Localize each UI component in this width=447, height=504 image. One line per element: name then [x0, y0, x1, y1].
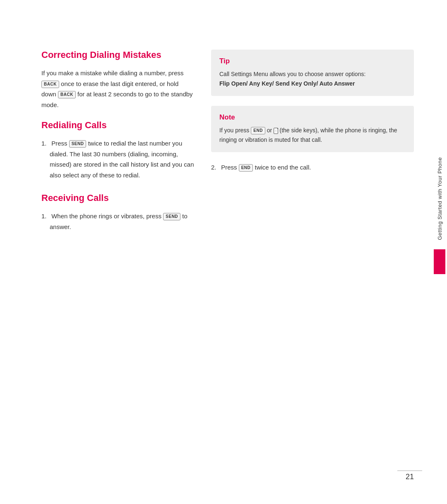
- end-key-note: END: [251, 127, 265, 134]
- redialing-number-1: 1.: [41, 138, 47, 149]
- right-list-number-2: 2.: [211, 162, 216, 173]
- tip-line1: Call Settings Menu allows you to choose …: [219, 71, 365, 77]
- correcting-dialing-section: Correcting Dialing Mistakes If you make …: [41, 50, 195, 110]
- receiving-item-1: 1. When the phone rings or vibrates, pre…: [41, 211, 195, 232]
- side-tab-bar: [434, 249, 445, 274]
- note-middle: or: [267, 127, 274, 134]
- side-tab: Getting Started with Your Phone: [432, 157, 447, 289]
- back-key-1: BACK: [41, 81, 59, 88]
- redialing-list: 1. Press SEND twice to redial the last n…: [41, 138, 195, 180]
- tip-box: Tip Call Settings Menu allows you to cho…: [211, 50, 414, 96]
- receiving-number-1: 1.: [41, 211, 47, 222]
- correcting-dialing-heading: Correcting Dialing Mistakes: [41, 50, 195, 60]
- redialing-section: Redialing Calls 1. Press SEND twice to r…: [41, 120, 195, 180]
- back-key-2: BACK: [58, 91, 76, 98]
- tip-heading: Tip: [219, 57, 406, 65]
- end-key-list: END: [239, 164, 253, 172]
- page-container: Getting Started with Your Phone Correcti…: [0, 0, 447, 504]
- tip-body: Call Settings Menu allows you to choose …: [219, 69, 406, 88]
- note-body: If you press END or · (the side keys), w…: [219, 126, 406, 145]
- send-key-receiving: SEND: [163, 213, 180, 220]
- receiving-heading: Receiving Calls: [41, 193, 195, 203]
- page-number: 21: [406, 473, 414, 481]
- receiving-list: 1. When the phone rings or vibrates, pre…: [41, 211, 195, 232]
- redialing-item-1: 1. Press SEND twice to redial the last n…: [41, 138, 195, 180]
- redialing-heading: Redialing Calls: [41, 120, 195, 131]
- note-box: Note If you press END or · (the side key…: [211, 106, 414, 152]
- note-heading: Note: [219, 113, 406, 122]
- correcting-body-text1: If you make a mistake while dialing a nu…: [41, 69, 184, 76]
- tip-options: Flip Open/ Any Key/ Send Key Only/ Auto …: [219, 80, 355, 87]
- right-column: Tip Call Settings Menu allows you to cho…: [211, 50, 414, 471]
- send-key-redialing: SEND: [69, 140, 87, 148]
- note-prefix: If you press: [219, 127, 249, 134]
- main-content: Correcting Dialing Mistakes If you make …: [41, 50, 414, 471]
- correcting-dialing-body: If you make a mistake while dialing a nu…: [41, 68, 195, 110]
- page-number-line: [397, 471, 422, 471]
- right-list-item-2: 2. Press END twice to end the call.: [211, 162, 414, 173]
- left-column: Correcting Dialing Mistakes If you make …: [41, 50, 195, 471]
- side-key-note: ·: [274, 128, 278, 134]
- right-list: 2. Press END twice to end the call.: [211, 162, 414, 173]
- side-tab-text: Getting Started with Your Phone: [437, 157, 443, 240]
- receiving-section: Receiving Calls 1. When the phone rings …: [41, 193, 195, 232]
